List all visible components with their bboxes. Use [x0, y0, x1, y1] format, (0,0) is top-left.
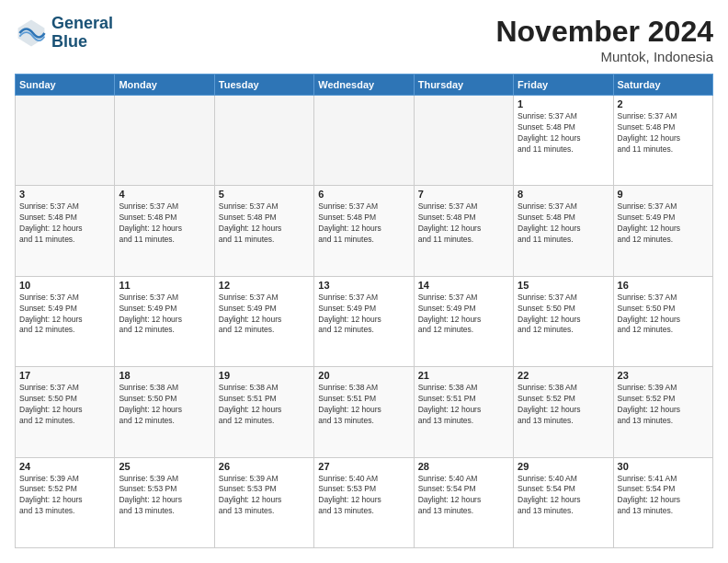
day-number: 30 [618, 461, 709, 472]
calendar-cell-3-2: 19Sunrise: 5:38 AM Sunset: 5:51 PM Dayli… [214, 367, 313, 457]
day-number: 6 [318, 189, 409, 200]
calendar-week-row-0: 1Sunrise: 5:37 AM Sunset: 5:48 PM Daylig… [16, 96, 713, 186]
calendar-cell-4-6: 30Sunrise: 5:41 AM Sunset: 5:54 PM Dayli… [613, 457, 712, 547]
day-info: Sunrise: 5:37 AM Sunset: 5:49 PM Dayligh… [318, 293, 409, 337]
title-block: November 2024 Muntok, Indonesia [495, 15, 713, 64]
calendar-cell-4-5: 29Sunrise: 5:40 AM Sunset: 5:54 PM Dayli… [514, 457, 613, 547]
day-number: 25 [119, 461, 210, 472]
calendar-header-tuesday: Tuesday [214, 75, 313, 96]
calendar-cell-1-1: 4Sunrise: 5:37 AM Sunset: 5:48 PM Daylig… [115, 186, 214, 276]
calendar-cell-3-6: 23Sunrise: 5:39 AM Sunset: 5:52 PM Dayli… [613, 367, 712, 457]
day-info: Sunrise: 5:37 AM Sunset: 5:50 PM Dayligh… [19, 383, 110, 427]
day-info: Sunrise: 5:37 AM Sunset: 5:49 PM Dayligh… [19, 293, 110, 337]
day-info: Sunrise: 5:37 AM Sunset: 5:48 PM Dayligh… [19, 201, 110, 246]
calendar-cell-3-5: 22Sunrise: 5:38 AM Sunset: 5:52 PM Dayli… [514, 367, 613, 457]
calendar-cell-4-4: 28Sunrise: 5:40 AM Sunset: 5:54 PM Dayli… [414, 457, 513, 547]
day-number: 26 [219, 461, 310, 472]
day-number: 12 [219, 280, 310, 291]
day-number: 2 [618, 98, 709, 109]
calendar-cell-3-0: 17Sunrise: 5:37 AM Sunset: 5:50 PM Dayli… [16, 367, 115, 457]
calendar-cell-2-2: 12Sunrise: 5:37 AM Sunset: 5:49 PM Dayli… [214, 276, 313, 366]
day-info: Sunrise: 5:39 AM Sunset: 5:53 PM Dayligh… [219, 474, 310, 518]
logo-icon [15, 17, 48, 50]
page: General Blue November 2024 Muntok, Indon… [0, 0, 728, 563]
calendar-cell-3-4: 21Sunrise: 5:38 AM Sunset: 5:51 PM Dayli… [414, 367, 513, 457]
day-number: 16 [618, 280, 709, 291]
day-info: Sunrise: 5:37 AM Sunset: 5:49 PM Dayligh… [418, 293, 509, 337]
day-info: Sunrise: 5:38 AM Sunset: 5:52 PM Dayligh… [518, 383, 609, 427]
calendar-week-row-2: 10Sunrise: 5:37 AM Sunset: 5:49 PM Dayli… [16, 276, 713, 366]
calendar-week-row-1: 3Sunrise: 5:37 AM Sunset: 5:48 PM Daylig… [16, 186, 713, 276]
calendar-cell-1-2: 5Sunrise: 5:37 AM Sunset: 5:48 PM Daylig… [214, 186, 313, 276]
calendar-cell-2-5: 15Sunrise: 5:37 AM Sunset: 5:50 PM Dayli… [514, 276, 613, 366]
day-info: Sunrise: 5:37 AM Sunset: 5:50 PM Dayligh… [518, 293, 609, 337]
day-info: Sunrise: 5:37 AM Sunset: 5:49 PM Dayligh… [219, 293, 310, 337]
calendar-header-saturday: Saturday [613, 75, 712, 96]
day-info: Sunrise: 5:40 AM Sunset: 5:53 PM Dayligh… [318, 474, 409, 518]
calendar-cell-1-3: 6Sunrise: 5:37 AM Sunset: 5:48 PM Daylig… [314, 186, 414, 276]
logo: General Blue [15, 15, 113, 52]
calendar-cell-1-5: 8Sunrise: 5:37 AM Sunset: 5:48 PM Daylig… [514, 186, 613, 276]
calendar-cell-0-0 [16, 96, 115, 186]
day-number: 20 [318, 370, 409, 381]
day-info: Sunrise: 5:39 AM Sunset: 5:53 PM Dayligh… [119, 474, 210, 518]
calendar-cell-0-2 [214, 96, 313, 186]
day-number: 22 [518, 370, 609, 381]
calendar-cell-4-2: 26Sunrise: 5:39 AM Sunset: 5:53 PM Dayli… [214, 457, 313, 547]
day-number: 27 [318, 461, 409, 472]
calendar-cell-1-4: 7Sunrise: 5:37 AM Sunset: 5:48 PM Daylig… [414, 186, 513, 276]
calendar-cell-3-3: 20Sunrise: 5:38 AM Sunset: 5:51 PM Dayli… [314, 367, 414, 457]
calendar-header-friday: Friday [514, 75, 613, 96]
calendar-cell-0-5: 1Sunrise: 5:37 AM Sunset: 5:48 PM Daylig… [514, 96, 613, 186]
day-info: Sunrise: 5:38 AM Sunset: 5:51 PM Dayligh… [219, 383, 310, 427]
day-info: Sunrise: 5:37 AM Sunset: 5:48 PM Dayligh… [219, 201, 310, 246]
day-info: Sunrise: 5:37 AM Sunset: 5:49 PM Dayligh… [119, 293, 210, 337]
day-number: 21 [418, 370, 509, 381]
location: Muntok, Indonesia [495, 49, 713, 64]
calendar-header-wednesday: Wednesday [314, 75, 414, 96]
day-number: 8 [518, 189, 609, 200]
logo-line2: Blue [51, 33, 113, 52]
day-info: Sunrise: 5:38 AM Sunset: 5:50 PM Dayligh… [119, 383, 210, 427]
calendar-header-row: SundayMondayTuesdayWednesdayThursdayFrid… [16, 75, 713, 96]
day-number: 11 [119, 280, 210, 291]
calendar-cell-4-0: 24Sunrise: 5:39 AM Sunset: 5:52 PM Dayli… [16, 457, 115, 547]
day-number: 24 [19, 461, 110, 472]
day-number: 3 [19, 189, 110, 200]
calendar-header-monday: Monday [115, 75, 214, 96]
day-number: 23 [618, 370, 709, 381]
calendar-cell-1-6: 9Sunrise: 5:37 AM Sunset: 5:49 PM Daylig… [613, 186, 712, 276]
calendar-cell-2-3: 13Sunrise: 5:37 AM Sunset: 5:49 PM Dayli… [314, 276, 414, 366]
calendar-cell-0-1 [115, 96, 214, 186]
day-info: Sunrise: 5:37 AM Sunset: 5:48 PM Dayligh… [618, 111, 709, 155]
day-info: Sunrise: 5:37 AM Sunset: 5:48 PM Dayligh… [318, 201, 409, 246]
day-number: 15 [518, 280, 609, 291]
calendar-cell-0-4 [414, 96, 513, 186]
day-number: 13 [318, 280, 409, 291]
logo-text: General Blue [51, 15, 113, 52]
calendar-week-row-3: 17Sunrise: 5:37 AM Sunset: 5:50 PM Dayli… [16, 367, 713, 457]
calendar-cell-0-6: 2Sunrise: 5:37 AM Sunset: 5:48 PM Daylig… [613, 96, 712, 186]
day-number: 1 [518, 98, 609, 109]
day-info: Sunrise: 5:40 AM Sunset: 5:54 PM Dayligh… [518, 474, 609, 518]
day-info: Sunrise: 5:37 AM Sunset: 5:48 PM Dayligh… [418, 201, 509, 246]
day-info: Sunrise: 5:38 AM Sunset: 5:51 PM Dayligh… [418, 383, 509, 427]
day-number: 14 [418, 280, 509, 291]
calendar-cell-2-4: 14Sunrise: 5:37 AM Sunset: 5:49 PM Dayli… [414, 276, 513, 366]
day-info: Sunrise: 5:38 AM Sunset: 5:51 PM Dayligh… [318, 383, 409, 427]
day-number: 18 [119, 370, 210, 381]
day-number: 17 [19, 370, 110, 381]
day-info: Sunrise: 5:37 AM Sunset: 5:49 PM Dayligh… [618, 201, 709, 246]
day-info: Sunrise: 5:37 AM Sunset: 5:48 PM Dayligh… [518, 201, 609, 246]
calendar-header-thursday: Thursday [414, 75, 513, 96]
calendar-week-row-4: 24Sunrise: 5:39 AM Sunset: 5:52 PM Dayli… [16, 457, 713, 547]
logo-line1: General [51, 15, 113, 33]
header: General Blue November 2024 Muntok, Indon… [15, 15, 713, 64]
day-number: 5 [219, 189, 310, 200]
day-info: Sunrise: 5:39 AM Sunset: 5:52 PM Dayligh… [19, 474, 110, 518]
calendar-cell-0-3 [314, 96, 414, 186]
day-info: Sunrise: 5:39 AM Sunset: 5:52 PM Dayligh… [618, 383, 709, 427]
day-number: 29 [518, 461, 609, 472]
day-number: 9 [618, 189, 709, 200]
calendar-cell-3-1: 18Sunrise: 5:38 AM Sunset: 5:50 PM Dayli… [115, 367, 214, 457]
